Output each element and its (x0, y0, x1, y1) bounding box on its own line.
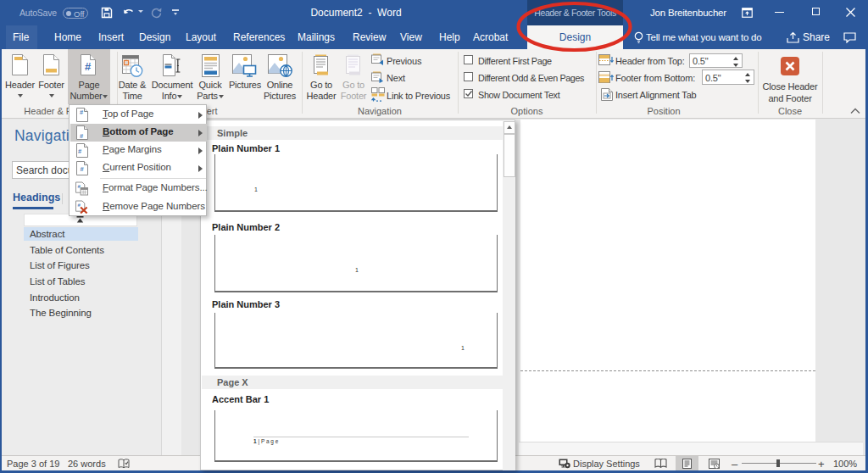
svg-text:#: # (85, 60, 92, 73)
